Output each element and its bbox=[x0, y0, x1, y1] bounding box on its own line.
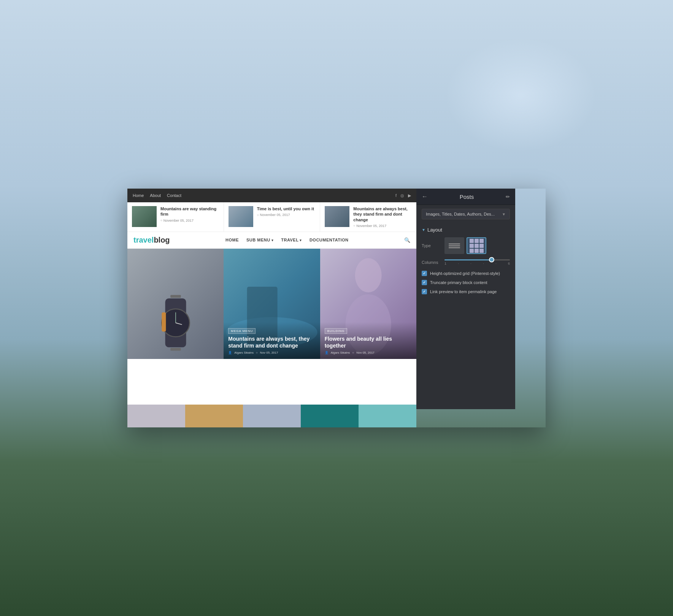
post-date-1: ○ November 05, 2017 bbox=[160, 219, 219, 222]
post-title-1: Mountains are way standing firm bbox=[160, 206, 219, 217]
nav-link-docs[interactable]: DOCUMENTATION bbox=[310, 238, 349, 242]
watch-svg bbox=[155, 291, 197, 355]
background-clouds bbox=[445, 38, 597, 152]
search-icon[interactable]: 🔍 bbox=[404, 237, 410, 243]
slider-min-label: 1 bbox=[444, 262, 446, 265]
checkbox-row-3: ✓ Link preview to item permalink page bbox=[422, 289, 510, 294]
color-swatches-row bbox=[127, 405, 416, 427]
checkbox-pinterest[interactable]: ✓ bbox=[422, 271, 427, 276]
columns-slider[interactable]: 1 · · · · 6 bbox=[444, 259, 510, 265]
panel-title: Posts bbox=[460, 194, 474, 200]
slider-dot-4: · bbox=[495, 262, 497, 265]
date-icon-mountains: ○ bbox=[256, 351, 258, 354]
slider-dot-1: · bbox=[458, 262, 459, 265]
post-date-2: ○ November 05, 2017 bbox=[257, 213, 314, 217]
slider-track bbox=[444, 259, 510, 260]
main-nav: travelblog HOME SUB MENU TRAVEL DOCUMENT… bbox=[127, 232, 416, 249]
main-nav-links: HOME SUB MENU TRAVEL DOCUMENTATION bbox=[225, 238, 349, 242]
post-info-2: Time is best, until you own it ○ Novembe… bbox=[257, 206, 314, 228]
editor-panel: ← Posts ✏ Images, Titles, Dates, Authors… bbox=[416, 189, 515, 409]
post-title-3: Mountains are always best, they stand fi… bbox=[353, 206, 412, 222]
grid-cell-1 bbox=[470, 239, 474, 243]
type-row: Type bbox=[422, 237, 510, 254]
grid-cell-7 bbox=[470, 249, 474, 253]
content-dropdown[interactable]: Images, Titles, Dates, Authors, Des... ▼ bbox=[422, 209, 510, 219]
edit-button[interactable]: ✏ bbox=[506, 194, 510, 200]
instagram-icon[interactable]: ◎ bbox=[400, 193, 404, 198]
featured-posts-row: Mountains are way standing firm ○ Novemb… bbox=[127, 202, 416, 232]
grid-post-mountains[interactable]: MEGA MENU Mountains are always best, the… bbox=[224, 249, 320, 359]
svg-point-10 bbox=[355, 258, 381, 292]
watch-bg bbox=[127, 249, 224, 359]
line-2 bbox=[449, 245, 460, 246]
posts-grid: MEGA MENU Mountains are always best, the… bbox=[127, 249, 416, 405]
line-3 bbox=[449, 247, 460, 248]
facebook-icon[interactable]: f bbox=[395, 193, 397, 198]
grid-icon bbox=[470, 239, 484, 253]
nav-link-home[interactable]: HOME bbox=[225, 238, 239, 242]
type-buttons bbox=[444, 237, 486, 254]
back-button[interactable]: ← bbox=[422, 193, 428, 200]
grid-cell-6 bbox=[479, 244, 484, 248]
columns-label: Columns bbox=[422, 260, 444, 265]
dropdown-text: Images, Titles, Dates, Authors, Des... bbox=[426, 212, 495, 216]
svg-rect-1 bbox=[170, 348, 181, 351]
list-layout-button[interactable] bbox=[444, 237, 464, 254]
grid-post-watch[interactable] bbox=[127, 249, 224, 359]
author-icon-woman: 👤 bbox=[325, 351, 329, 354]
dropdown-arrow-icon: ▼ bbox=[502, 212, 506, 216]
featured-post-2[interactable]: Time is best, until you own it ○ Novembe… bbox=[224, 202, 321, 232]
checkbox-label-link: Link preview to item permalink page bbox=[430, 289, 497, 294]
author-icon-mountains: 👤 bbox=[228, 351, 232, 354]
line-1 bbox=[449, 243, 460, 244]
grid-layout-button[interactable] bbox=[467, 237, 486, 254]
list-icon bbox=[449, 243, 460, 248]
featured-post-3[interactable]: Mountains are always best, they stand fi… bbox=[320, 202, 416, 232]
post-date-3: ○ November 05, 2017 bbox=[353, 224, 412, 228]
grid-post-woman[interactable]: BUILDING Flowers and beauty all lies tog… bbox=[320, 249, 416, 359]
nav-link-travel[interactable]: TRAVEL bbox=[281, 238, 302, 242]
site-logo: travelblog bbox=[133, 236, 170, 244]
layout-section-header: ▼ Layout bbox=[422, 227, 510, 233]
youtube-icon[interactable]: ▶ bbox=[408, 193, 411, 198]
post-thumb-1 bbox=[132, 206, 157, 227]
topbar-social: f ◎ ▶ bbox=[395, 193, 411, 198]
grid-cell-3 bbox=[479, 239, 484, 243]
grid-title-mountains: Mountains are always best, they stand fi… bbox=[228, 335, 315, 349]
site-topbar: Home About Contact f ◎ ▶ bbox=[127, 189, 416, 202]
clock-icon-1: ○ bbox=[160, 219, 162, 222]
date-icon-woman: ○ bbox=[352, 351, 354, 354]
slider-fill bbox=[444, 259, 490, 260]
columns-row: Columns 1 · · · · 6 bbox=[422, 259, 510, 265]
checkbox-row-1: ✓ Height-optimized grid (Pinterest-style… bbox=[422, 271, 510, 276]
clock-icon-3: ○ bbox=[353, 224, 355, 227]
slider-dot-2: · bbox=[470, 262, 471, 265]
checkbox-link[interactable]: ✓ bbox=[422, 289, 427, 294]
checkbox-truncate[interactable]: ✓ bbox=[422, 280, 427, 285]
woman-overlay: BUILDING Flowers and beauty all lies tog… bbox=[320, 322, 416, 359]
color-swatch-3 bbox=[243, 405, 301, 427]
post-info-3: Mountains are always best, they stand fi… bbox=[353, 206, 412, 228]
collapse-triangle-icon[interactable]: ▼ bbox=[422, 228, 425, 232]
checkmark-1: ✓ bbox=[423, 271, 426, 275]
nav-home[interactable]: Home bbox=[133, 193, 144, 198]
layout-section-title: Layout bbox=[427, 227, 442, 233]
slider-thumb[interactable] bbox=[489, 257, 494, 262]
nav-about[interactable]: About bbox=[150, 193, 161, 198]
nav-contact[interactable]: Contact bbox=[167, 193, 181, 198]
mountains-overlay: MEGA MENU Mountains are always best, the… bbox=[224, 322, 320, 359]
post-thumb-3 bbox=[325, 206, 349, 227]
category-badge-woman: BUILDING bbox=[325, 328, 348, 334]
color-swatch-5 bbox=[359, 405, 416, 427]
featured-post-1[interactable]: Mountains are way standing firm ○ Novemb… bbox=[127, 202, 224, 232]
checkbox-label-truncate: Truncate primary block content bbox=[430, 280, 487, 285]
nav-link-submenu[interactable]: SUB MENU bbox=[246, 238, 273, 242]
grid-cell-4 bbox=[470, 244, 474, 248]
grid-cell-8 bbox=[475, 249, 479, 253]
checkbox-row-2: ✓ Truncate primary block content bbox=[422, 280, 510, 285]
topbar-nav: Home About Contact bbox=[133, 193, 181, 198]
color-swatch-2 bbox=[185, 405, 243, 427]
website-preview: Home About Contact f ◎ ▶ Mountains are w… bbox=[127, 189, 416, 427]
checkbox-label-pinterest: Height-optimized grid (Pinterest-style) bbox=[430, 271, 500, 276]
panel-header: ← Posts ✏ bbox=[416, 189, 515, 205]
